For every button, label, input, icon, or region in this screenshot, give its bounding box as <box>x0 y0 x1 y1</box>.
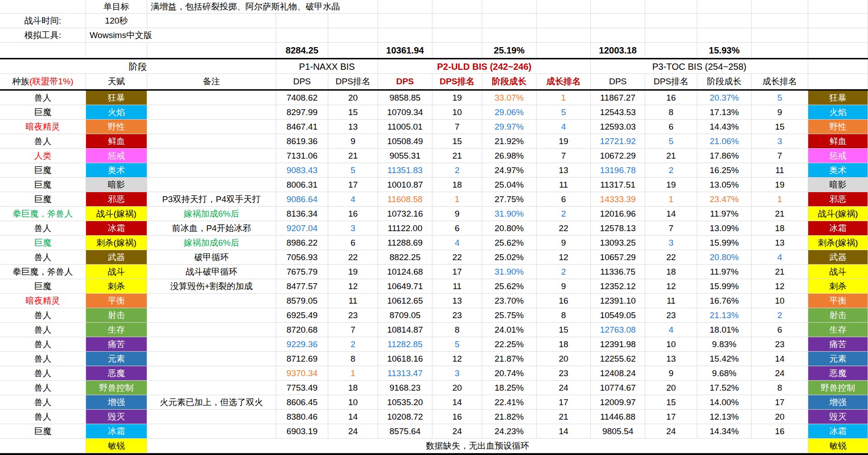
cell-p3-growth[interactable]: 20.80% <box>697 250 752 265</box>
cell-p3-dps-rank[interactable]: 2 <box>645 163 697 178</box>
cell-p2-dps-rank[interactable]: 7 <box>432 120 482 134</box>
cell-p3-growth-rank[interactable]: 13 <box>752 236 808 250</box>
cell-talent-right[interactable]: 毁灭 <box>808 410 868 424</box>
cell-p1-dps-rank[interactable]: 2 <box>328 337 378 352</box>
cell-p1-dps-rank[interactable]: 6 <box>328 236 378 250</box>
cell-p2-growth-rank[interactable]: 24 <box>537 381 591 395</box>
cell-p1-dps[interactable]: 6925.49 <box>276 308 328 323</box>
cell-blank[interactable] <box>432 28 482 43</box>
cell-note[interactable] <box>147 120 276 134</box>
cell-talent-right[interactable]: 战斗(嫁祸) <box>808 207 868 221</box>
cell-p3-growth[interactable]: 23.47% <box>697 192 752 207</box>
cell-note[interactable]: 战斗破甲循环 <box>147 265 276 279</box>
cell-p1-dps[interactable]: 8712.69 <box>276 352 328 366</box>
cell-blank[interactable] <box>328 14 378 28</box>
cell-p1-dps[interactable]: 8477.57 <box>276 279 328 294</box>
cell-p1-dps-rank[interactable]: 18 <box>328 381 378 395</box>
combat-time-value[interactable]: 120秒 <box>86 14 147 28</box>
cell-p3-dps-rank[interactable]: 3 <box>645 236 697 250</box>
cell-note[interactable]: P3双持天打，P4双手天打 <box>147 192 276 207</box>
cell-race[interactable]: 人类 <box>0 149 86 163</box>
avg-p3-growth[interactable]: 15.93% <box>697 43 752 58</box>
cell-blank[interactable] <box>0 439 86 453</box>
cell-note[interactable] <box>147 134 276 149</box>
cell-p1-dps[interactable]: 9083.43 <box>276 163 328 178</box>
cell-p2-dps[interactable]: 10732.16 <box>378 207 432 221</box>
cell-p2-dps[interactable]: 11351.83 <box>378 163 432 178</box>
combat-time-label[interactable]: 战斗时间: <box>0 14 86 28</box>
cell-talent[interactable]: 增强 <box>86 395 147 410</box>
cell-note[interactable] <box>147 352 276 366</box>
cell-blank[interactable] <box>0 0 86 14</box>
cell-race[interactable]: 巨魔 <box>0 236 86 250</box>
cell-p2-growth-rank[interactable]: 1 <box>537 91 591 105</box>
cell-note[interactable] <box>147 337 276 352</box>
cell-p1-dps[interactable]: 7675.79 <box>276 265 328 279</box>
cell-p2-dps-rank[interactable]: 4 <box>432 236 482 250</box>
cell-p1-dps[interactable]: 8720.68 <box>276 323 328 337</box>
cell-p2-growth[interactable]: 23.70% <box>482 294 537 308</box>
cell-blank[interactable] <box>328 28 378 43</box>
cell-p2-dps[interactable]: 10649.71 <box>378 279 432 294</box>
cell-p3-growth-rank[interactable]: 10 <box>752 294 808 308</box>
cell-p2-growth[interactable]: 24.97% <box>482 163 537 178</box>
cell-p1-dps-rank[interactable]: 11 <box>328 294 378 308</box>
cell-talent-right[interactable]: 惩戒 <box>808 149 868 163</box>
cell-talent[interactable]: 野兽控制 <box>86 381 147 395</box>
cell-p2-dps-rank[interactable]: 1 <box>432 192 482 207</box>
cell-p1-dps-rank[interactable]: 17 <box>328 178 378 192</box>
cell-p3-dps[interactable]: 12763.08 <box>591 323 645 337</box>
cell-p3-dps-rank[interactable]: 14 <box>645 207 697 221</box>
cell-p1-dps-rank[interactable]: 19 <box>328 265 378 279</box>
cell-blank[interactable] <box>147 43 276 58</box>
cell-p3-growth-rank[interactable]: 19 <box>752 178 808 192</box>
cell-talent-right[interactable]: 增强 <box>808 395 868 410</box>
cell-p2-growth-rank[interactable]: 15 <box>537 323 591 337</box>
cell-p1-dps-rank[interactable]: 22 <box>328 250 378 265</box>
cell-p1-dps-rank[interactable]: 3 <box>328 221 378 236</box>
cell-blank[interactable] <box>808 0 868 14</box>
cell-p3-dps-rank[interactable]: 5 <box>645 134 697 149</box>
cell-race[interactable]: 巨魔 <box>0 163 86 178</box>
cell-p2-growth[interactable]: 26.98% <box>482 149 537 163</box>
cell-talent-right[interactable]: 射击 <box>808 308 868 323</box>
cell-p3-dps-rank[interactable]: 18 <box>645 265 697 279</box>
cell-p2-dps-rank[interactable]: 20 <box>432 381 482 395</box>
cell-p3-dps[interactable]: 12543.53 <box>591 105 645 120</box>
cell-p3-dps[interactable]: 9805.54 <box>591 424 645 439</box>
cell-talent-right[interactable]: 武器 <box>808 250 868 265</box>
cell-note[interactable] <box>147 105 276 120</box>
cell-talent-right[interactable]: 冰霜 <box>808 424 868 439</box>
cell-talent-right[interactable]: 刺杀 <box>808 279 868 294</box>
cell-p3-growth-rank[interactable]: 23 <box>752 337 808 352</box>
cell-p3-growth[interactable]: 14.00% <box>697 395 752 410</box>
cell-p2-dps[interactable]: 10709.34 <box>378 105 432 120</box>
cell-p3-dps-rank[interactable]: 16 <box>645 91 697 105</box>
cell-p3-growth-rank[interactable]: 2 <box>752 308 808 323</box>
cell-p1-dps-rank[interactable]: 1 <box>328 366 378 381</box>
cell-p2-dps-rank[interactable]: 6 <box>432 221 482 236</box>
cell-talent[interactable]: 刺杀 <box>86 279 147 294</box>
cell-p1-dps[interactable]: 8467.41 <box>276 120 328 134</box>
cell-p3-growth-rank[interactable]: 7 <box>752 149 808 163</box>
cell-talent-right[interactable]: 鲜血 <box>808 134 868 149</box>
cell-blank[interactable] <box>432 14 482 28</box>
cell-p2-dps-rank[interactable]: 18 <box>432 178 482 192</box>
cell-p2-dps-rank[interactable]: 16 <box>432 410 482 424</box>
cell-p2-dps[interactable]: 10208.72 <box>378 410 432 424</box>
cell-blank[interactable] <box>537 28 591 43</box>
cell-p3-growth[interactable]: 16.76% <box>697 294 752 308</box>
cell-p3-dps[interactable]: 12391.10 <box>591 294 645 308</box>
cell-blank[interactable] <box>752 14 808 28</box>
cell-p1-dps-rank[interactable]: 7 <box>328 323 378 337</box>
cell-p2-growth-rank[interactable]: 7 <box>537 149 591 163</box>
cell-p2-growth-rank[interactable]: 8 <box>537 308 591 323</box>
cell-p3-growth[interactable]: 15.42% <box>697 352 752 366</box>
cell-p2-dps[interactable]: 10508.49 <box>378 134 432 149</box>
cell-p3-dps-rank[interactable]: 6 <box>645 120 697 134</box>
cell-p2-growth[interactable]: 27.75% <box>482 192 537 207</box>
cell-p3-growth-rank[interactable]: 17 <box>752 395 808 410</box>
cell-note[interactable] <box>147 410 276 424</box>
cell-p2-growth-rank[interactable]: 11 <box>537 178 591 192</box>
cell-blank[interactable] <box>378 14 432 28</box>
